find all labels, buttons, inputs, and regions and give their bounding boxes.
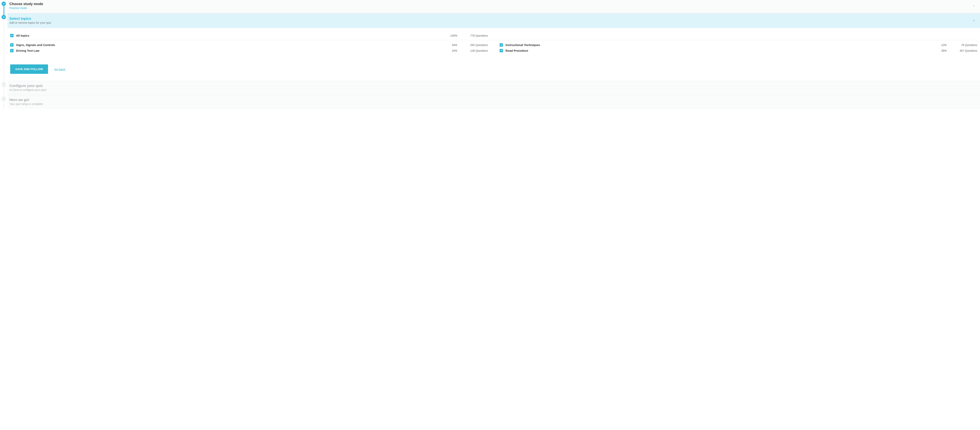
topic-row: Signs, Signals and Controls 34% 265 Ques…	[10, 42, 488, 48]
step-4-marker: 4	[2, 97, 6, 101]
all-topics-checkbox[interactable]	[10, 34, 14, 37]
step-1-subtitle: Practice mode	[10, 6, 43, 10]
topic-checkbox[interactable]	[500, 49, 503, 52]
go-back-link[interactable]: Go back	[54, 68, 65, 71]
step-2-title: Select topics	[10, 17, 51, 21]
step-1-panel[interactable]: Choose study mode Practice mode	[8, 0, 980, 13]
chevron-down-icon	[972, 5, 975, 7]
topic-qs: 307 Questions	[948, 49, 977, 52]
step-4-title: Here we go!	[10, 98, 43, 102]
step-2-panel[interactable]: Select topics Add or remove topics for y…	[8, 13, 980, 28]
topic-checkbox[interactable]	[500, 43, 503, 47]
topics-body: All topics 100% 779 Questions Signs, Sig…	[8, 28, 980, 81]
topic-checkbox[interactable]	[10, 49, 14, 52]
quiz-setup-wizard: Choose study mode Practice mode 2 Select…	[0, 0, 980, 109]
topic-label: Instructional Techniques	[506, 43, 932, 47]
topic-qs: 79 Questions	[948, 43, 977, 47]
topics-col-left: Signs, Signals and Controls 34% 265 Ques…	[10, 42, 488, 54]
topic-pct: 16%	[444, 49, 457, 52]
actions-row: SAVE AND FOLLOW Go back	[10, 64, 977, 74]
step-3-title: Configure your quiz	[10, 84, 46, 88]
topics-divider	[10, 40, 977, 40]
all-topics-pct: 100%	[444, 34, 457, 37]
step-3-number: 3	[3, 83, 5, 86]
topic-qs: 265 Questions	[458, 43, 488, 47]
topic-label: Road Procedure	[506, 49, 932, 52]
step-4-panel[interactable]: Here we go! Your quiz setup is complete	[8, 95, 980, 109]
save-and-follow-button[interactable]: SAVE AND FOLLOW	[10, 64, 48, 74]
topic-pct: 39%	[933, 49, 947, 52]
topic-pct: 34%	[444, 43, 457, 47]
topics-col-right: Instructional Techniques 10% 79 Question…	[500, 42, 977, 54]
step-4-number: 4	[3, 97, 5, 100]
step-3-panel[interactable]: Configure your quiz It's time to configu…	[8, 81, 980, 95]
topic-pct: 10%	[933, 43, 947, 47]
all-topics-label: All topics	[16, 34, 442, 37]
step-1-marker	[2, 2, 6, 6]
topic-row: Instructional Techniques 10% 79 Question…	[500, 42, 977, 48]
topic-label: Driving Test Law	[16, 49, 442, 52]
step-3-marker: 3	[2, 83, 6, 87]
topic-checkbox[interactable]	[10, 43, 14, 47]
step-1-title: Choose study mode	[10, 2, 43, 6]
step-2-marker: 2	[2, 15, 6, 19]
topic-qs: 128 Questions	[458, 49, 488, 52]
topic-row: Road Procedure 39% 307 Questions	[500, 48, 977, 54]
all-topics-row: All topics 100% 779 Questions	[10, 33, 494, 38]
all-topics-qs: 779 Questions	[458, 34, 488, 37]
topic-row: Driving Test Law 16% 128 Questions	[10, 48, 488, 54]
step-3-subtitle: It's time to configure your quiz!	[10, 88, 46, 92]
step-2-number: 2	[3, 16, 5, 18]
step-4-subtitle: Your quiz setup is complete	[10, 102, 43, 106]
topic-label: Signs, Signals and Controls	[16, 43, 442, 47]
chevron-right-icon	[972, 19, 975, 22]
step-2-subtitle: Add or remove topics for your quiz	[10, 21, 51, 24]
check-icon	[3, 3, 5, 5]
